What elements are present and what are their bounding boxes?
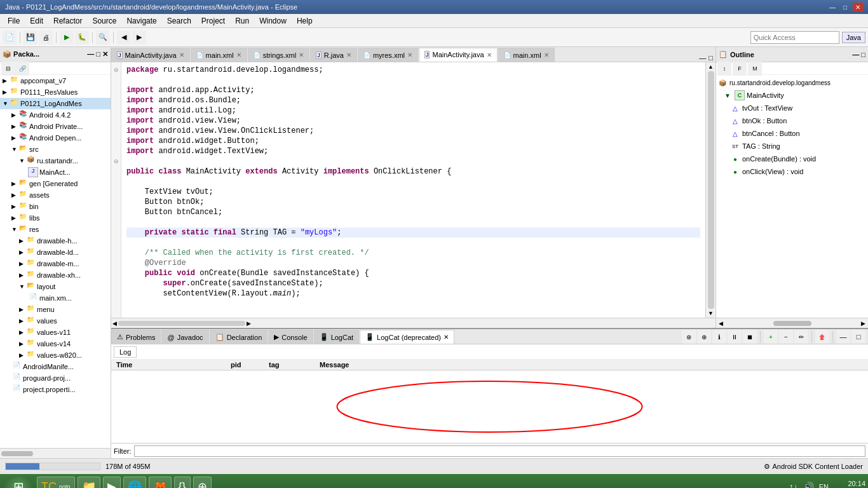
tree-item-gen[interactable]: ▶ 📂 gen [Generated [0,178,111,189]
tree-item-project-prop[interactable]: 📄 project.properti... [0,384,111,395]
tree-item-android442[interactable]: ▶ 📚 Android 4.4.2 [0,109,111,121]
tree-item-p0111[interactable]: ▶ 📁 P0111_ResValues [0,86,111,98]
taskbar-app-browser2[interactable]: 🦊 [149,477,172,488]
tree-item-appcompat[interactable]: ▶ 📁 appcompat_v7 [0,75,111,86]
menu-search[interactable]: Search [162,15,196,27]
tab-close-btn[interactable]: ✕ [346,51,351,58]
logcat-btn-1[interactable]: ⊛ [682,330,696,344]
tab-close-btn[interactable]: ✕ [544,51,549,58]
filter-input[interactable] [134,445,866,457]
minimize-editor-btn[interactable]: — [699,54,706,62]
print-btn[interactable]: 🖨 [39,30,53,44]
tree-item-src[interactable]: ▼ 📂 src [0,144,111,155]
tab-main-xml-2[interactable]: 📄 main.xml ✕ [498,48,555,62]
tab-r-java[interactable]: J R.java ✕ [310,48,357,62]
outline-field-tvout[interactable]: △ tvOut : TextView [717,102,867,114]
menu-source[interactable]: Source [87,15,121,27]
logcat-clear-btn[interactable]: 🗑 [815,330,829,344]
new-btn[interactable]: 📄 [3,30,17,44]
tree-item-main-xml[interactable]: 📄 main.xm... [0,292,111,304]
tab-myres-xml[interactable]: 📄 myres.xml ✕ [358,48,418,62]
logcat-col-tag[interactable]: tag [266,361,317,369]
tree-item-menu[interactable]: ▶ 📁 menu [0,304,111,315]
scroll-thumb-h[interactable] [118,321,245,326]
tab-close-btn[interactable]: ✕ [487,51,492,58]
tab-main-xml-1[interactable]: 📄 main.xml ✕ [191,48,247,62]
tree-item-libs[interactable]: ▶ 📁 libs [0,212,111,224]
search-btn[interactable]: 🔍 [96,30,110,44]
tab-close-btn[interactable]: ✕ [407,51,412,58]
menu-file[interactable]: File [3,15,25,27]
scroll-up-btn[interactable]: ▲ [708,64,714,70]
tree-item-drawable-m[interactable]: ▶ 📁 drawable-m... [0,258,111,269]
outline-field-tag[interactable]: ST TAG : String [717,140,867,152]
outline-package[interactable]: 📦 ru.startandroid.develop.logandmess [717,76,867,89]
tree-item-layout[interactable]: ▼ 📂 layout [0,281,111,292]
taskbar-app-file[interactable]: 📁 [78,477,100,488]
tree-item-assets[interactable]: ▶ 📁 assets [0,189,111,201]
logcat-btn-5[interactable]: ⏹ [743,330,757,344]
left-panel-scrollbar[interactable] [0,448,111,458]
outline-field-btncancel[interactable]: △ btnCancel : Button [717,127,867,140]
tab-close-btn[interactable]: ✕ [444,334,449,341]
taskbar-app-chrome[interactable]: 🌐 [123,477,146,488]
run-btn[interactable]: ▶ [60,30,74,44]
logcat-edit-btn[interactable]: ✏ [794,330,808,344]
tab-console[interactable]: ▶ Console [268,330,313,344]
logcat-col-pid[interactable]: pid [228,361,266,369]
taskbar-app-tc[interactable]: TC notn [37,477,75,488]
logcat-btn-3[interactable]: ℹ [712,330,726,344]
maximize-outline-btn[interactable]: □ [861,51,865,58]
logcat-add-btn[interactable]: + [764,330,778,344]
scroll-down-btn[interactable]: ▼ [708,310,714,316]
tree-item-bin[interactable]: ▶ 📁 bin [0,201,111,212]
outline-method-oncreate[interactable]: ● onCreate(Bundle) : void [717,152,867,165]
outline-sort-btn[interactable]: ↕ [717,62,731,76]
logcat-log-subtab[interactable]: Log [114,346,137,358]
tab-strings-xml[interactable]: 📄 strings.xml ✕ [248,48,310,62]
taskbar-app-player[interactable]: ▶ [103,477,121,488]
maximize-editor-btn[interactable]: □ [709,54,713,62]
editor-content[interactable]: package ru.startandroid.develop.logandme… [121,62,705,318]
taskbar-app-extra[interactable]: ⊕ [193,477,212,488]
tree-item-drawable-l[interactable]: ▶ 📁 drawable-ld... [0,247,111,258]
save-btn[interactable]: 💾 [24,30,37,44]
logcat-table-body[interactable] [111,370,868,443]
tree-item-drawable-x[interactable]: ▶ 📁 drawable-xh... [0,269,111,281]
collapse-marker-2[interactable]: ⊖ [111,156,121,166]
tree-item-android-private[interactable]: ▶ 📚 Android Private... [0,121,111,132]
editor-scrollbar-v[interactable]: ▲ ▼ [705,62,715,318]
minimize-btn[interactable]: — [827,3,837,11]
scroll-left-btn[interactable]: ◀ [112,320,117,327]
tree-item-values-w820[interactable]: ▶ 📁 values-w820... [0,349,111,361]
scroll-thumb-v[interactable] [708,71,714,309]
taskbar-app-eclipse[interactable]: {} [174,477,191,488]
forward-btn[interactable]: ▶ [132,30,146,44]
maximize-btn[interactable]: □ [840,3,850,11]
perspective-java[interactable]: Java [842,32,865,43]
panel-maximize-btn[interactable]: □ [96,50,100,58]
editor-scrollbar-h[interactable]: ◀ ▶ [111,318,715,328]
outline-method-onclick[interactable]: ● onClick(View) : void [717,165,867,178]
menu-project[interactable]: Project [196,15,230,27]
tab-mainactivity-2[interactable]: J MainActivity.java ✕ [419,48,498,62]
collapse-all-btn[interactable]: ⊟ [1,62,15,76]
tab-mainactivity-1[interactable]: J MainActivity.java ✕ [111,48,190,62]
tree-item-package[interactable]: ▼ 📦 ru.startandr... [0,155,111,166]
tab-close-btn[interactable]: ✕ [236,51,241,58]
tree-item-values-v14[interactable]: ▶ 📁 values-v14 [0,338,111,349]
outline-methods-btn[interactable]: M [748,62,762,76]
collapse-marker-1[interactable]: ⊖ [111,65,121,75]
tab-close-btn[interactable]: ✕ [179,51,184,58]
back-btn[interactable]: ◀ [117,30,131,44]
maximize-bottom-btn[interactable]: □ [851,330,865,344]
tree-item-p0121[interactable]: ▼ 📁 P0121_LogAndMes [0,98,111,109]
outline-class[interactable]: ▼ C MainActivity [717,89,867,102]
close-btn[interactable]: ✕ [853,3,863,11]
tab-javadoc[interactable]: @ Javadoc [161,330,208,344]
outline-field-btnok[interactable]: △ btnOk : Button [717,114,867,127]
link-editor-btn[interactable]: 🔗 [15,62,29,76]
debug-btn[interactable]: 🐛 [75,30,89,44]
tree-item-android-dep[interactable]: ▶ 📚 Android Depen... [0,132,111,144]
outline-fields-btn[interactable]: F [733,62,747,76]
